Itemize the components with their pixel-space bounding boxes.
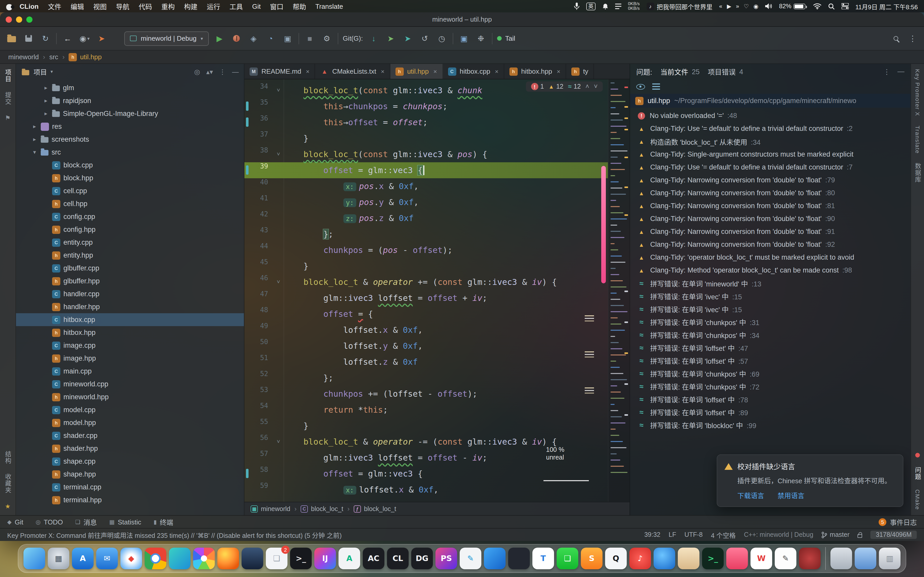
git-commit-icon[interactable]: ➤ — [384, 32, 397, 45]
dock-icon-wechat[interactable]: ❏ — [557, 548, 578, 569]
menu-item-导航[interactable]: 导航 — [111, 1, 134, 11]
volume-icon[interactable] — [765, 3, 772, 9]
editor-breadcrumb-item[interactable]: ƒblock_loc_t — [354, 505, 396, 513]
tool-button-translate[interactable]: Translate — [914, 126, 921, 153]
dock-icon-archive-app[interactable] — [855, 548, 876, 569]
dock-icon-editor-app[interactable]: ✎ — [460, 548, 481, 569]
back-icon[interactable]: ← — [61, 32, 74, 45]
hide-problems-icon[interactable]: — — [897, 68, 905, 76]
code-line-51[interactable]: 51 loffset.z & 0xf — [244, 354, 608, 370]
code-line-38[interactable]: 38˅ block_loc_t(const glm::ivec3 & pos) … — [244, 146, 608, 162]
close-window-button[interactable] — [6, 16, 12, 23]
dock-icon-datagrip[interactable]: DG — [411, 548, 433, 569]
play-icon[interactable]: ▶ — [727, 3, 731, 10]
menu-item-帮助[interactable]: 帮助 — [288, 1, 311, 11]
code-line-52[interactable]: 52 }; — [244, 370, 608, 386]
issue-row[interactable]: ▲Clang-Tidy: Narrowing conversion from '… — [630, 187, 911, 199]
issue-row[interactable]: ▲Clang-Tidy: Narrowing conversion from '… — [630, 212, 911, 225]
open-project-icon[interactable] — [5, 32, 18, 45]
apple-menu-icon[interactable] — [6, 2, 13, 10]
hide-panel-icon[interactable]: — — [232, 68, 239, 76]
next-problem-icon[interactable]: ˅ — [594, 83, 598, 90]
dock-icon-safari[interactable]: ◆ — [120, 548, 142, 569]
tab-util.hpp[interactable]: hutil.hpp× — [390, 64, 443, 79]
close-tab-icon[interactable]: × — [381, 68, 384, 75]
tab-hitbox.hpp[interactable]: hhitbox.hpp× — [504, 64, 566, 79]
tool-button-problems[interactable]: 问题 — [913, 467, 922, 480]
tree-item-handler.cpp[interactable]: Chandler.cpp — [16, 287, 244, 300]
line-ending[interactable]: LF — [669, 531, 676, 538]
run-button[interactable]: ▶ — [213, 32, 226, 45]
build-settings-icon[interactable]: ⚙ — [320, 32, 333, 45]
tool-button-todo[interactable]: ◎TODO — [36, 518, 63, 526]
dock-icon-wps[interactable]: W — [751, 548, 772, 569]
tree-item-block.hpp[interactable]: hblock.hpp — [16, 172, 244, 184]
menu-item-运行[interactable]: 运行 — [202, 1, 225, 11]
dock-icon-trash[interactable]: ▥ — [879, 548, 901, 569]
code-line-35[interactable]: 35 this→chunkpos = chunkpos; — [244, 98, 608, 114]
minimize-window-button[interactable] — [16, 16, 22, 23]
tool-button-git[interactable]: ◆Git — [7, 518, 23, 526]
status-message[interactable]: Key Promoter X: Command 前往声明或用法 missed 2… — [7, 530, 634, 540]
tree-item-hitbox.cpp[interactable]: Chitbox.cpp — [16, 313, 244, 326]
code-line-44[interactable]: 44 chunkpos = (pos - offset); — [244, 242, 608, 258]
tree-item-model.hpp[interactable]: hmodel.hpp — [16, 416, 244, 429]
issue-row[interactable]: ≈拼写错误: 在单词 'chunkpos' 中:34 — [630, 328, 911, 341]
users-icon[interactable]: ◉▾ — [78, 32, 91, 45]
code-line-46[interactable]: 46˅ block_loc_t & operator += (const glm… — [244, 274, 608, 290]
tool-button-commit[interactable]: 提交 — [3, 92, 12, 105]
previous-problem-icon[interactable]: ˄ — [585, 83, 590, 90]
issue-row[interactable]: ▲Clang-Tidy: 'operator block_loc_t' must… — [630, 251, 911, 264]
tool-button-key-promoter[interactable]: Key Promoter X — [914, 69, 921, 116]
tree-item-rapidjson[interactable]: ▸rapidjson — [16, 94, 244, 107]
group-issues-icon[interactable] — [652, 84, 660, 90]
tail-config[interactable]: Tail — [497, 34, 515, 42]
code-line-45[interactable]: 45 } — [244, 258, 608, 274]
close-tab-icon[interactable]: × — [495, 68, 499, 75]
dock-icon-notes-app[interactable]: ✎ — [775, 548, 796, 569]
previous-track-icon[interactable]: « — [719, 3, 722, 10]
tree-item-cell.hpp[interactable]: hcell.hpp — [16, 197, 244, 210]
menu-item-代码[interactable]: 代码 — [134, 1, 157, 11]
inspections-widget[interactable]: !1 ▲12 ≈12 ˄ ˅ — [526, 81, 603, 92]
tool-button-terminal[interactable]: ▮终端 — [153, 517, 173, 527]
menu-item-Translate[interactable]: Translate — [311, 2, 347, 10]
issue-row[interactable]: ≈拼写错误: 在单词 'ivec' 中:15 — [630, 290, 911, 302]
expand-all-icon[interactable]: ▴▾ — [206, 68, 213, 76]
tree-item-Simple-OpenGL-Image-Library[interactable]: ▸Simple-OpenGL-Image-Library — [16, 107, 244, 120]
tool-button-statistic[interactable]: ▦Statistic — [109, 518, 141, 526]
tree-item-config.hpp[interactable]: hconfig.hpp — [16, 223, 244, 236]
record-icon[interactable]: ◉ — [753, 3, 758, 10]
tree-item-hitbox.hpp[interactable]: hhitbox.hpp — [16, 326, 244, 339]
dock-icon-teal-app[interactable] — [169, 548, 191, 569]
window-titlebar[interactable]: mineworld – util.hpp — [0, 12, 924, 27]
tree-item-image.hpp[interactable]: himage.hpp — [16, 352, 244, 365]
profiler-button[interactable]: ◔ — [264, 32, 277, 45]
code-line-39[interactable]: 39 offset = glm::vec3 { — [244, 162, 608, 178]
menu-item-窗口[interactable]: 窗口 — [265, 1, 288, 11]
dock-icon-utility-app[interactable] — [830, 548, 852, 569]
tool-button-messages[interactable]: ❏消息 — [75, 517, 97, 527]
issue-row[interactable]: ≈拼写错误: 在单词 'chunkpos' 中:72 — [630, 380, 911, 393]
memory-indicator[interactable]: 3178/4096M — [871, 530, 917, 539]
input-method-icon[interactable]: 英 — [586, 2, 596, 10]
tool-button-favorites[interactable]: 收藏夹 — [3, 474, 12, 493]
tree-item-shader.cpp[interactable]: Cshader.cpp — [16, 429, 244, 442]
issue-row[interactable]: ▲Clang-Tidy: Narrowing conversion from '… — [630, 174, 911, 187]
dock-icon-vscode[interactable] — [484, 548, 506, 569]
tree-item-entity.hpp[interactable]: hentity.hpp — [16, 249, 244, 262]
tree-item-terminal.cpp[interactable]: Cterminal.cpp — [16, 481, 244, 493]
dock-icon-qq[interactable]: Q — [605, 548, 627, 569]
dock-icon-messages[interactable]: ❏2 — [266, 548, 288, 569]
tree-item-image.cpp[interactable]: Cimage.cpp — [16, 339, 244, 352]
code-editor[interactable]: 34˅ block_loc_t(const glm::ivec3 & chunk… — [244, 79, 630, 502]
code-line-58[interactable]: 58 offset = glm::vec3 { — [244, 466, 608, 482]
wifi-icon[interactable] — [813, 3, 821, 9]
next-track-icon[interactable]: » — [736, 3, 739, 10]
capture-button[interactable]: ▣ — [281, 32, 294, 45]
indent-setting[interactable]: 4 个空格 — [711, 530, 736, 540]
git-rollback-icon[interactable]: ↺ — [418, 32, 431, 45]
menu-item-CLion[interactable]: CLion — [15, 2, 43, 10]
code-line-50[interactable]: 50 loffset.y & 0xf, — [244, 338, 608, 354]
dock-icon-clion[interactable]: CL — [387, 548, 409, 569]
